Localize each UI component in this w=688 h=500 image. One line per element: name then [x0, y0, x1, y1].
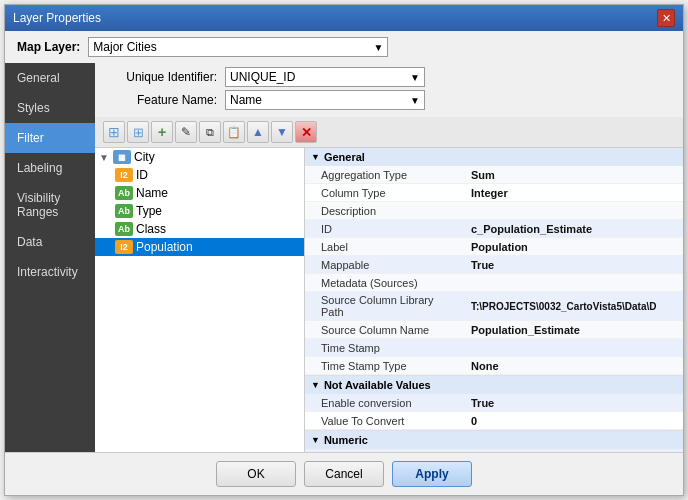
- props-key-column-type: Column Type: [305, 184, 465, 201]
- feature-name-select[interactable]: Name ▼: [225, 90, 425, 110]
- filter-toolbar: ⊞ ⊞ + ✎ ⧉ 📋 ▲ ▼ ✕: [95, 117, 683, 148]
- props-row-source-lib: Source Column Library Path T:\PROJECTS\0…: [305, 292, 683, 321]
- str-icon-name: Ab: [115, 186, 133, 200]
- props-key-description: Description: [305, 202, 465, 219]
- feature-name-arrow-icon: ▼: [410, 95, 420, 106]
- tree-node-name[interactable]: Ab Name: [95, 184, 304, 202]
- props-row-label: Label Population: [305, 238, 683, 256]
- close-button[interactable]: ✕: [657, 9, 675, 27]
- map-layer-select[interactable]: Major Cities ▼: [88, 37, 388, 57]
- props-key-value-convert: Value To Convert: [305, 412, 465, 429]
- delete-toolbar-btn[interactable]: ✕: [295, 121, 317, 143]
- map-layer-arrow-icon: ▼: [373, 42, 383, 53]
- props-key-mappable: Mappable: [305, 256, 465, 273]
- props-key-source-name: Source Column Name: [305, 321, 465, 338]
- str-icon-type: Ab: [115, 204, 133, 218]
- add-toolbar-btn[interactable]: +: [151, 121, 173, 143]
- props-key-label: Label: [305, 238, 465, 255]
- sidebar-item-interactivity[interactable]: Interactivity: [5, 257, 95, 287]
- section-title-general: General: [324, 151, 365, 163]
- main-content: General Styles Filter Labeling Visibilit…: [5, 63, 683, 452]
- feature-name-row: Feature Name: Name ▼: [107, 90, 671, 110]
- tree-node-id[interactable]: I2 ID: [95, 166, 304, 184]
- sidebar-item-data[interactable]: Data: [5, 227, 95, 257]
- section-header-numeric[interactable]: ▼ Numeric: [305, 431, 683, 449]
- props-key-enable-conversion: Enable conversion: [305, 394, 465, 411]
- tree-node-type-label: Type: [136, 204, 162, 218]
- unique-id-label: Unique Identifier:: [107, 70, 217, 84]
- props-row-metadata: Metadata (Sources): [305, 274, 683, 292]
- props-val-mappable: True: [465, 256, 683, 273]
- paste-toolbar-btn[interactable]: 📋: [223, 121, 245, 143]
- tree-node-id-label: ID: [136, 168, 148, 182]
- props-row-timestamp: Time Stamp: [305, 339, 683, 357]
- map-layer-row: Map Layer: Major Cities ▼: [5, 31, 683, 63]
- section-arrow-general: ▼: [311, 152, 320, 162]
- int-icon-population: I2: [115, 240, 133, 254]
- ok-button[interactable]: OK: [216, 461, 296, 487]
- section-title-not-available: Not Available Values: [324, 379, 431, 391]
- props-key-timestamp-type: Time Stamp Type: [305, 357, 465, 374]
- tree-node-name-label: Name: [136, 186, 168, 200]
- filter-panels: ▼ ▦ City I2 ID Ab Name: [95, 148, 683, 452]
- feature-name-label: Feature Name:: [107, 93, 217, 107]
- map-layer-label: Map Layer:: [17, 40, 80, 54]
- props-val-aggregation: Sum: [465, 166, 683, 183]
- tree-root-node[interactable]: ▼ ▦ City: [95, 148, 304, 166]
- sidebar-item-general[interactable]: General: [5, 63, 95, 93]
- props-key-id: ID: [305, 220, 465, 237]
- tree-node-type[interactable]: Ab Type: [95, 202, 304, 220]
- unique-id-arrow-icon: ▼: [410, 72, 420, 83]
- dialog-title: Layer Properties: [13, 11, 101, 25]
- props-row-id: ID c_Population_Estimate: [305, 220, 683, 238]
- tree-node-class[interactable]: Ab Class: [95, 220, 304, 238]
- props-section-not-available: ▼ Not Available Values Enable conversion…: [305, 376, 683, 431]
- footer: OK Cancel Apply: [5, 452, 683, 495]
- props-panel: ▼ General Aggregation Type Sum Column Ty…: [305, 148, 683, 452]
- props-key-timestamp: Time Stamp: [305, 339, 465, 356]
- move-up-toolbar-btn[interactable]: ▲: [247, 121, 269, 143]
- props-row-timestamp-type: Time Stamp Type None: [305, 357, 683, 375]
- props-section-numeric: ▼ Numeric Precision 0 Round to specified…: [305, 431, 683, 452]
- move-down-toolbar-btn[interactable]: ▼: [271, 121, 293, 143]
- copy-toolbar-btn[interactable]: ⧉: [199, 121, 221, 143]
- props-val-description: [465, 202, 683, 219]
- tree-node-population-label: Population: [136, 240, 193, 254]
- layer-properties-dialog: Layer Properties ✕ Map Layer: Major Citi…: [4, 4, 684, 496]
- map-layer-value: Major Cities: [93, 40, 156, 54]
- unique-id-select[interactable]: UNIQUE_ID ▼: [225, 67, 425, 87]
- props-val-enable-conversion: True: [465, 394, 683, 411]
- props-row-aggregation: Aggregation Type Sum: [305, 166, 683, 184]
- props-val-timestamp-type: None: [465, 357, 683, 374]
- sidebar-item-visibility[interactable]: Visibility Ranges: [5, 183, 95, 227]
- props-key-metadata: Metadata (Sources): [305, 274, 465, 291]
- grid-toolbar-btn[interactable]: ⊞: [127, 121, 149, 143]
- props-val-column-type: Integer: [465, 184, 683, 201]
- sidebar-item-filter[interactable]: Filter: [5, 123, 95, 153]
- props-val-source-lib: T:\PROJECTS\0032_CartoVista5\Data\D: [465, 292, 683, 320]
- cancel-button[interactable]: Cancel: [304, 461, 384, 487]
- tree-node-population[interactable]: I2 Population: [95, 238, 304, 256]
- props-val-label: Population: [465, 238, 683, 255]
- feature-name-value: Name: [230, 93, 262, 107]
- edit-toolbar-btn[interactable]: ✎: [175, 121, 197, 143]
- sidebar-item-labeling[interactable]: Labeling: [5, 153, 95, 183]
- props-row-mappable: Mappable True: [305, 256, 683, 274]
- tree-node-class-label: Class: [136, 222, 166, 236]
- props-val-value-convert: 0: [465, 412, 683, 429]
- props-row-value-convert: Value To Convert 0: [305, 412, 683, 430]
- apply-button[interactable]: Apply: [392, 461, 472, 487]
- sidebar-item-styles[interactable]: Styles: [5, 93, 95, 123]
- props-row-description: Description: [305, 202, 683, 220]
- props-val-id: c_Population_Estimate: [465, 220, 683, 237]
- props-val-metadata: [465, 274, 683, 291]
- props-key-source-lib: Source Column Library Path: [305, 292, 465, 320]
- section-title-numeric: Numeric: [324, 434, 368, 446]
- section-header-general[interactable]: ▼ General: [305, 148, 683, 166]
- section-arrow-not-available: ▼: [311, 380, 320, 390]
- section-header-not-available[interactable]: ▼ Not Available Values: [305, 376, 683, 394]
- props-val-timestamp: [465, 339, 683, 356]
- add-layer-toolbar-btn[interactable]: ⊞: [103, 121, 125, 143]
- props-key-aggregation: Aggregation Type: [305, 166, 465, 183]
- tree-root-label: City: [134, 150, 155, 164]
